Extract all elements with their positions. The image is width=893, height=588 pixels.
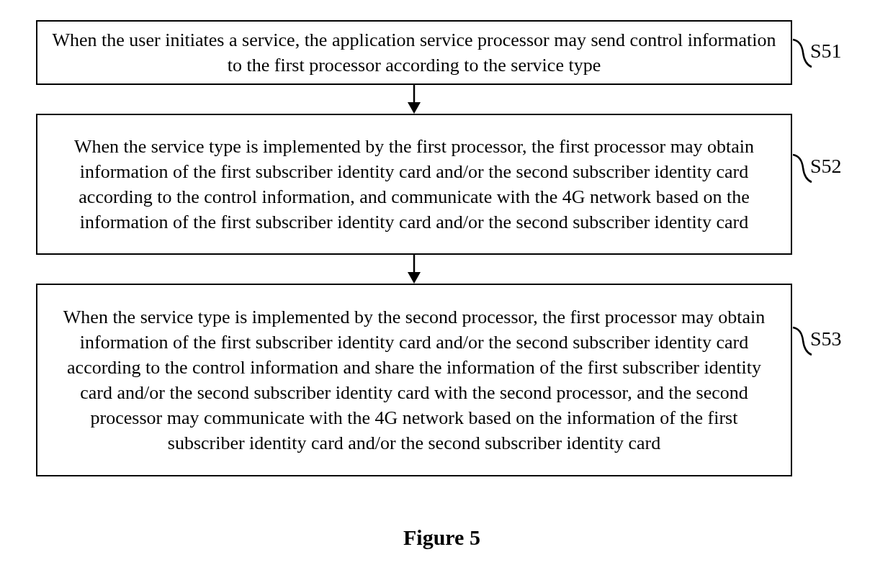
flow-step-s53: When the service type is implemented by … bbox=[36, 284, 792, 476]
figure-caption: Figure 5 bbox=[403, 525, 480, 550]
flow-step-s51: When the user initiates a service, the a… bbox=[36, 20, 792, 85]
label-connector-s53 bbox=[791, 326, 813, 356]
flow-step-s53-label: S53 bbox=[810, 327, 842, 350]
arrow-s52-s53 bbox=[403, 255, 425, 284]
flow-step-s52-text: When the service type is implemented by … bbox=[50, 134, 778, 235]
arrow-s51-s52 bbox=[403, 85, 425, 114]
flowchart-canvas: When the user initiates a service, the a… bbox=[0, 0, 893, 588]
label-connector-s52 bbox=[791, 153, 813, 184]
label-connector-s51 bbox=[791, 38, 813, 68]
flow-step-s52-label: S52 bbox=[810, 155, 842, 178]
svg-marker-3 bbox=[408, 272, 421, 284]
flow-step-s52: When the service type is implemented by … bbox=[36, 114, 792, 255]
flow-step-s53-text: When the service type is implemented by … bbox=[50, 304, 778, 456]
flow-step-s51-text: When the user initiates a service, the a… bbox=[50, 27, 778, 78]
svg-marker-1 bbox=[408, 102, 421, 114]
flow-step-s51-label: S51 bbox=[810, 40, 842, 63]
